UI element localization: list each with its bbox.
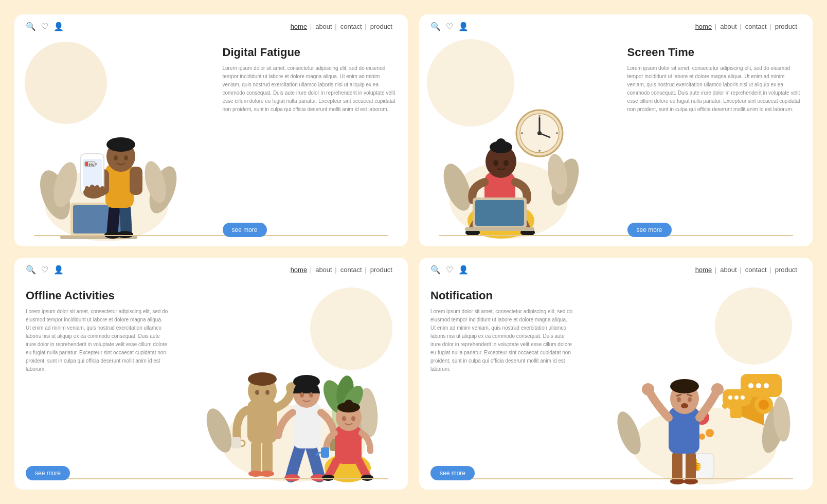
svg-point-72	[255, 390, 259, 395]
svg-point-108	[722, 403, 728, 409]
heart-icon-2[interactable]: ♡	[446, 22, 453, 31]
nav-icons-4: 🔍 ♡ 👤	[430, 265, 469, 275]
nav-product-3[interactable]: product	[366, 266, 397, 274]
svg-point-52	[496, 138, 506, 149]
card-screen-time: 🔍 ♡ 👤 home about contact product	[419, 14, 813, 246]
search-icon-3[interactable]: 🔍	[26, 265, 36, 275]
svg-point-105	[756, 383, 761, 388]
nav-contact-4[interactable]: contact	[741, 266, 771, 274]
svg-text:1%: 1%	[88, 163, 94, 167]
text-digital-fatigue: Digital Fatigue Lorem ipsum dolor sit am…	[211, 37, 408, 246]
nav-about-1[interactable]: about	[311, 23, 336, 30]
nav-about-2[interactable]: about	[716, 23, 741, 30]
nav-home-4[interactable]: home	[691, 266, 716, 274]
illus-digital-fatigue: 1%	[14, 68, 203, 246]
body-offline-activities: Lorem ipsum dolor sit amet, consectetur …	[26, 308, 168, 373]
nav-home-1[interactable]: home	[286, 23, 312, 30]
svg-point-106	[764, 383, 769, 388]
svg-rect-27	[90, 185, 94, 196]
title-screen-time: Screen Time	[627, 46, 802, 59]
svg-point-42	[556, 132, 558, 134]
svg-point-18	[124, 155, 128, 160]
card-offline-activities: 🔍 ♡ 👤 home about contact product Offline…	[14, 258, 408, 490]
nav-contact-3[interactable]: contact	[336, 266, 366, 274]
card-4-content: Notification Lorem ipsum dolor sit amet,…	[419, 280, 813, 490]
svg-point-127	[670, 379, 699, 393]
card-3-content: Offline Activities Lorem ipsum dolor sit…	[14, 280, 408, 490]
title-notification: Notification	[430, 289, 573, 302]
svg-rect-14	[130, 167, 142, 195]
nav-icons-3: 🔍 ♡ 👤	[26, 265, 64, 275]
nav-icons-2: 🔍 ♡ 👤	[430, 22, 469, 31]
user-icon[interactable]: 👤	[53, 22, 64, 31]
nav-2: 🔍 ♡ 👤 home about contact product	[419, 14, 813, 37]
nav-links-1: home about contact product	[286, 23, 397, 30]
card-notification: 🔍 ♡ 👤 home about contact product Notific…	[419, 258, 813, 490]
user-icon-4[interactable]: 👤	[458, 265, 469, 275]
heart-icon-3[interactable]: ♡	[41, 265, 48, 275]
nav-home-2[interactable]: home	[691, 23, 716, 30]
nav-about-3[interactable]: about	[311, 266, 336, 274]
nav-links-3: home about contact product	[286, 266, 397, 274]
svg-point-90	[344, 400, 353, 409]
nav-product-2[interactable]: product	[771, 23, 801, 30]
nav-contact-1[interactable]: contact	[336, 23, 366, 30]
search-icon[interactable]: 🔍	[26, 22, 36, 31]
svg-rect-23	[85, 162, 88, 166]
search-icon-4[interactable]: 🔍	[430, 265, 441, 275]
svg-rect-87	[321, 447, 329, 458]
nav-about-4[interactable]: about	[716, 266, 741, 274]
svg-point-100	[759, 400, 769, 410]
illus-offline-activities	[179, 297, 408, 490]
svg-point-67	[260, 471, 274, 477]
svg-rect-49	[465, 227, 534, 231]
svg-rect-78	[293, 402, 321, 448]
nav-links-2: home about contact product	[691, 23, 801, 30]
svg-point-111	[734, 395, 739, 400]
svg-rect-48	[475, 200, 524, 226]
svg-point-40	[538, 150, 541, 152]
illus-notification: 5 👍	[596, 297, 813, 490]
svg-rect-98	[730, 404, 742, 418]
svg-rect-28	[95, 185, 99, 196]
text-screen-time: Screen Time Lorem ipsum dolor sit amet, …	[616, 37, 813, 246]
heart-icon-4[interactable]: ♡	[446, 265, 453, 275]
nav-product-1[interactable]: product	[366, 23, 397, 30]
nav-3: 🔍 ♡ 👤 home about contact product	[14, 258, 408, 280]
nav-icons-1: 🔍 ♡ 👤	[26, 22, 64, 31]
svg-rect-119	[672, 451, 682, 482]
svg-point-71	[248, 372, 277, 386]
svg-point-104	[748, 383, 753, 388]
svg-point-115	[706, 429, 714, 437]
svg-rect-65	[262, 441, 273, 474]
search-icon-2[interactable]: 🔍	[430, 22, 441, 31]
svg-point-41	[521, 132, 523, 134]
heart-icon[interactable]: ♡	[41, 22, 48, 31]
body-screen-time: Lorem ipsum dolor sit amet, consectetur …	[627, 64, 802, 114]
svg-point-53	[493, 160, 498, 166]
svg-point-116	[699, 434, 705, 440]
svg-point-82	[309, 392, 313, 398]
see-more-screen-time[interactable]: see more	[627, 223, 672, 237]
svg-point-124	[642, 383, 654, 395]
see-more-notification[interactable]: see more	[430, 466, 475, 480]
svg-point-11	[117, 231, 133, 238]
body-digital-fatigue: Lorem ipsum dolor sit amet, consectetur …	[223, 64, 397, 114]
svg-point-109	[728, 405, 732, 409]
card-digital-fatigue: 🔍 ♡ 👤 home about contact product	[14, 14, 408, 246]
svg-point-129	[688, 397, 692, 402]
svg-rect-64	[251, 441, 261, 474]
see-more-digital-fatigue[interactable]: see more	[223, 223, 267, 237]
svg-point-39	[538, 115, 541, 117]
svg-point-54	[504, 160, 509, 166]
nav-home-3[interactable]: home	[286, 266, 312, 274]
svg-point-92	[351, 416, 355, 421]
user-icon-2[interactable]: 👤	[458, 22, 469, 31]
svg-point-128	[677, 397, 681, 402]
see-more-offline-activities[interactable]: see more	[26, 466, 70, 480]
nav-contact-2[interactable]: contact	[741, 23, 771, 30]
nav-links-4: home about contact product	[691, 266, 801, 274]
user-icon-3[interactable]: 👤	[53, 265, 64, 275]
nav-product-4[interactable]: product	[771, 266, 801, 274]
card-1-content: 1% Digital Fatigue Lorem ipsum dolor sit…	[14, 37, 408, 246]
